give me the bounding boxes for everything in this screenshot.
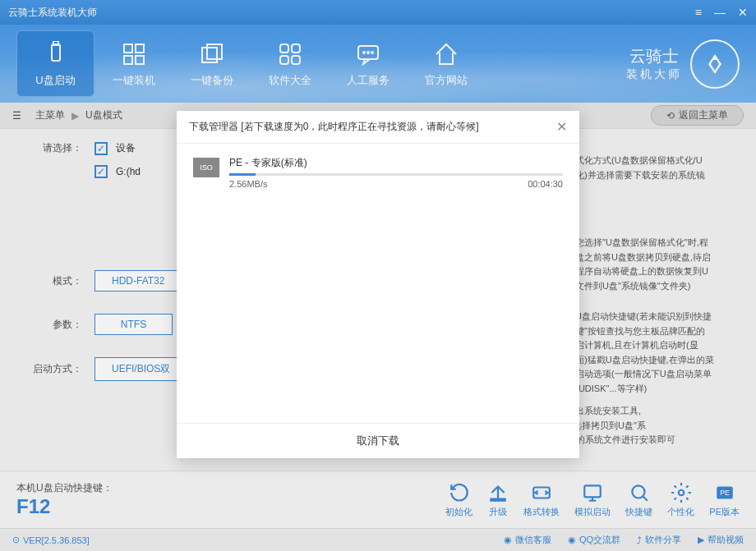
download-progress-bar [229, 173, 563, 176]
download-time: 00:04:30 [528, 179, 563, 189]
cancel-download-button[interactable]: 取消下载 [177, 423, 579, 458]
download-manager-modal: 下载管理器 [若下载速度为0，此时程序正在寻找资源，请耐心等候] ✕ ISO P… [177, 111, 579, 458]
modal-close-button[interactable]: ✕ [556, 119, 567, 135]
iso-icon: ISO [193, 158, 219, 177]
modal-title: 下载管理器 [若下载速度为0，此时程序正在寻找资源，请耐心等候] [189, 120, 479, 134]
download-item-title: PE - 专家版(标准) [229, 156, 563, 170]
download-speed: 2.56MB/s [229, 179, 267, 189]
